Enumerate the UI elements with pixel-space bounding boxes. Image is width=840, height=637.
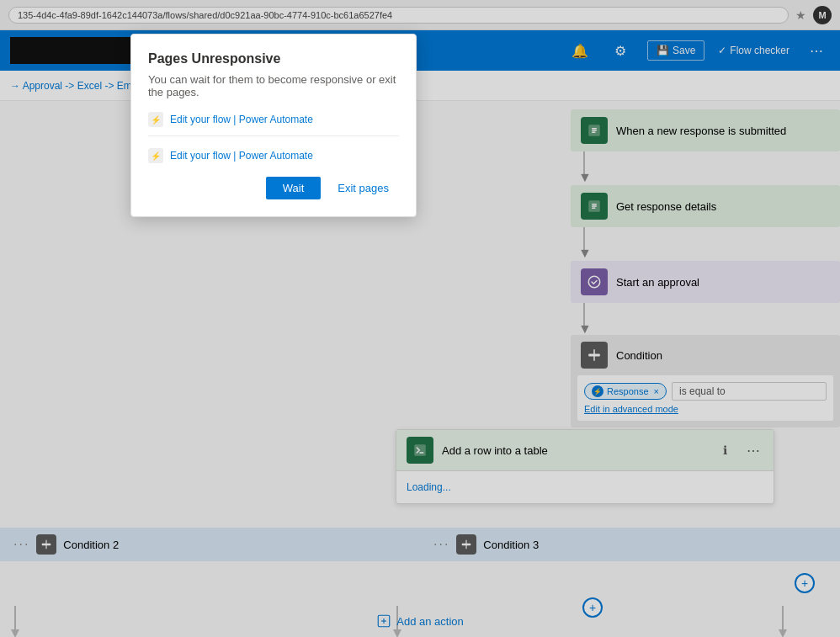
modal-subtitle: You can wait for them to become responsi…	[148, 73, 399, 98]
modal-title: Pages Unresponsive	[148, 51, 399, 66]
modal-buttons: Wait Exit pages	[148, 177, 399, 199]
modal-divider	[148, 135, 399, 136]
link2-icon: ⚡	[148, 148, 163, 163]
modal-link-2[interactable]: ⚡ Edit your flow | Power Automate	[148, 148, 399, 163]
wait-button[interactable]: Wait	[266, 177, 322, 199]
link1-icon: ⚡	[148, 112, 163, 127]
pages-unresponsive-modal: Pages Unresponsive You can wait for them…	[130, 34, 417, 217]
link1-text: Edit your flow | Power Automate	[170, 114, 313, 125]
link2-text: Edit your flow | Power Automate	[170, 150, 313, 162]
modal-overlay: Pages Unresponsive You can wait for them…	[0, 0, 840, 637]
exit-pages-button[interactable]: Exit pages	[327, 177, 399, 199]
modal-link-1[interactable]: ⚡ Edit your flow | Power Automate	[148, 112, 399, 127]
